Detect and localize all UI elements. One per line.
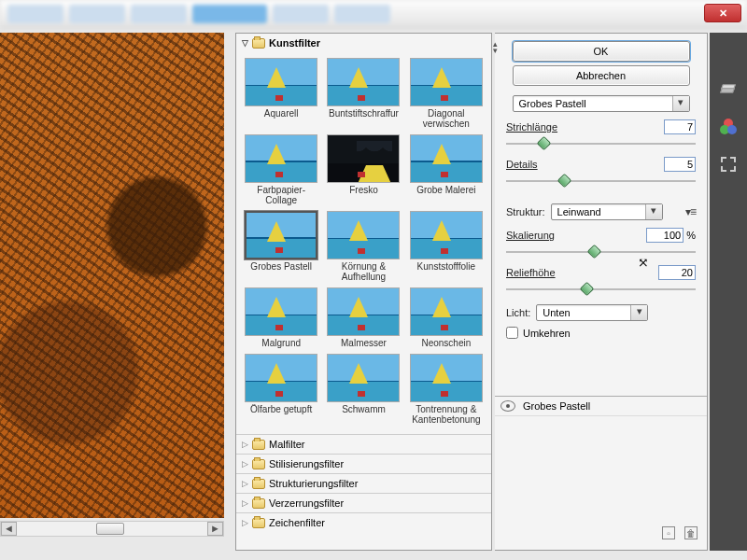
filter-select-value: Grobes Pastell	[514, 96, 672, 111]
ok-button[interactable]: OK	[513, 41, 690, 62]
skalierung-input[interactable]	[646, 228, 684, 243]
filter-item-buntstiftschraffur[interactable]: Buntstiftschraffur	[324, 58, 402, 133]
filter-thumbnail	[327, 287, 400, 336]
reliefhoehe-input[interactable]	[658, 265, 696, 280]
filter-label: Malmesser	[324, 336, 402, 352]
folder-icon	[252, 498, 265, 509]
disclosure-right-icon: ▷	[242, 459, 248, 469]
window-close-button[interactable]: ✕	[704, 4, 741, 22]
filter-thumbnail	[410, 58, 483, 106]
filter-item-neonschein[interactable]: Neonschein	[407, 287, 486, 352]
new-effect-layer-icon[interactable]: ▫	[662, 526, 675, 539]
param-details: Details	[506, 157, 696, 187]
filter-thumbnail	[410, 134, 483, 183]
filter-item-tontrennung-kantenbetonung[interactable]: Tontrennung & Kantenbetonung	[407, 354, 486, 428]
details-slider[interactable]	[506, 175, 696, 187]
filter-thumbnail	[245, 287, 317, 336]
filter-gallery-panel: ▽ Kunstfilter AquarellBuntstiftschraffur…	[235, 33, 492, 551]
filter-thumbnail	[245, 354, 317, 402]
umkehren-checkbox[interactable]	[506, 327, 518, 339]
strichlaenge-label: Strichlänge	[506, 121, 557, 133]
reliefhoehe-label: Reliefhöhe	[506, 267, 556, 278]
scroll-track[interactable]	[17, 522, 207, 536]
filter-label: Ölfarbe getupft	[242, 402, 320, 418]
preview-horizontal-scrollbar[interactable]: ◄ ►	[0, 521, 224, 537]
strichlaenge-slider[interactable]	[506, 138, 696, 149]
filter-item-grobes-pastell[interactable]: Grobes Pastell	[242, 211, 320, 286]
category-label: Malfilter	[269, 439, 305, 450]
filter-item-k-rnung-aufhellung[interactable]: Körnung & Aufhellung	[324, 211, 402, 286]
chevron-down-icon: ▾	[645, 204, 662, 219]
umkehren-label: Umkehren	[523, 328, 571, 339]
details-label: Details	[506, 159, 538, 170]
effect-layers-box: Grobes Pastell ▫ 🗑	[495, 396, 707, 545]
strichlaenge-input[interactable]	[664, 119, 696, 134]
filter-label: Grobe Malerei	[407, 183, 486, 199]
effect-layer-row[interactable]: Grobes Pastell	[495, 397, 707, 416]
visibility-eye-icon[interactable]	[500, 400, 515, 412]
category-label: Verzerrungsfilter	[269, 497, 344, 509]
filter-label: Malgrund	[242, 336, 320, 352]
filter-thumbnail	[410, 354, 483, 402]
struktur-dropdown[interactable]: Leinwand ▾	[551, 203, 663, 220]
struktur-label: Struktur:	[506, 206, 545, 217]
category-kunstfilter-header[interactable]: ▽ Kunstfilter	[236, 34, 491, 52]
disclosure-right-icon: ▷	[242, 518, 248, 527]
filter-item--lfarbe-getupft[interactable]: Ölfarbe getupft	[242, 354, 320, 428]
filter-preview-viewport[interactable]	[0, 33, 224, 518]
filter-item-kunststofffolie[interactable]: Kunststofffolie	[407, 211, 486, 286]
layers-panel-icon[interactable]	[718, 79, 739, 100]
filter-thumbnail	[410, 211, 483, 259]
filter-thumbnail	[245, 58, 317, 106]
scroll-thumb[interactable]	[96, 523, 124, 535]
category-malfilter-header[interactable]: ▷Malfilter	[236, 434, 491, 454]
collapse-panel-icon[interactable]: ▴▾	[493, 41, 498, 54]
licht-label: Licht:	[506, 307, 530, 318]
effect-layer-name: Grobes Pastell	[523, 400, 590, 412]
crop-panel-icon[interactable]	[718, 154, 739, 175]
category-zeichenfilter-header[interactable]: ▷Zeichenfilter	[236, 512, 491, 532]
filter-label: Aquarell	[242, 106, 320, 122]
reliefhoehe-slider[interactable]	[506, 284, 696, 295]
filter-thumbnail-grid: AquarellBuntstiftschraffurDiagonal verwi…	[236, 52, 491, 434]
category-stilisierungsfilter-header[interactable]: ▷Stilisierungsfilter	[236, 454, 491, 473]
filter-thumbnail	[245, 211, 317, 259]
filter-item-grobe-malerei[interactable]: Grobe Malerei	[407, 134, 486, 209]
filter-thumbnail	[410, 287, 483, 336]
filter-item-malgrund[interactable]: Malgrund	[242, 287, 320, 352]
delete-effect-layer-icon[interactable]: 🗑	[684, 526, 698, 539]
channels-panel-icon[interactable]	[718, 117, 739, 137]
percent-unit: %	[686, 230, 696, 241]
category-label: Stilisierungsfilter	[269, 458, 344, 469]
filter-label: Kunststofffolie	[407, 259, 486, 275]
filter-item-malmesser[interactable]: Malmesser	[324, 287, 402, 352]
filter-thumbnail	[327, 134, 400, 183]
folder-icon	[252, 479, 265, 489]
cancel-button[interactable]: Abbrechen	[513, 65, 690, 86]
filter-item-fresko[interactable]: Fresko	[324, 134, 402, 209]
category-strukturierungsfilter-header[interactable]: ▷Strukturierungsfilter	[236, 473, 491, 493]
skalierung-slider[interactable]	[506, 246, 696, 258]
folder-icon	[252, 38, 265, 49]
licht-row: Licht: Unten ▾	[506, 304, 696, 321]
filter-thumbnail	[245, 134, 317, 183]
disclosure-right-icon: ▷	[242, 440, 248, 449]
flyout-menu-icon[interactable]: ▾≡	[685, 205, 696, 218]
filter-item-schwamm[interactable]: Schwamm	[324, 354, 402, 428]
filter-item-aquarell[interactable]: Aquarell	[242, 58, 320, 133]
filter-label: Fresko	[324, 183, 402, 199]
filter-label: Grobes Pastell	[242, 259, 320, 275]
filter-thumbnail	[327, 211, 400, 259]
filter-select-dropdown[interactable]: Grobes Pastell ▾	[513, 95, 690, 112]
umkehren-checkbox-row[interactable]: Umkehren	[506, 327, 696, 339]
category-label: Strukturierungsfilter	[269, 478, 358, 489]
right-dock	[710, 33, 747, 551]
filter-item-farbpapier-collage[interactable]: Farbpapier-Collage	[242, 134, 320, 209]
scroll-left-arrow[interactable]: ◄	[1, 522, 17, 536]
category-verzerrungsfilter-header[interactable]: ▷Verzerrungsfilter	[236, 493, 491, 512]
filter-label: Buntstiftschraffur	[324, 106, 402, 122]
details-input[interactable]	[664, 157, 696, 172]
licht-dropdown[interactable]: Unten ▾	[536, 304, 648, 321]
scroll-right-arrow[interactable]: ►	[207, 522, 223, 536]
filter-item-diagonal-verwischen[interactable]: Diagonal verwischen	[407, 58, 486, 133]
